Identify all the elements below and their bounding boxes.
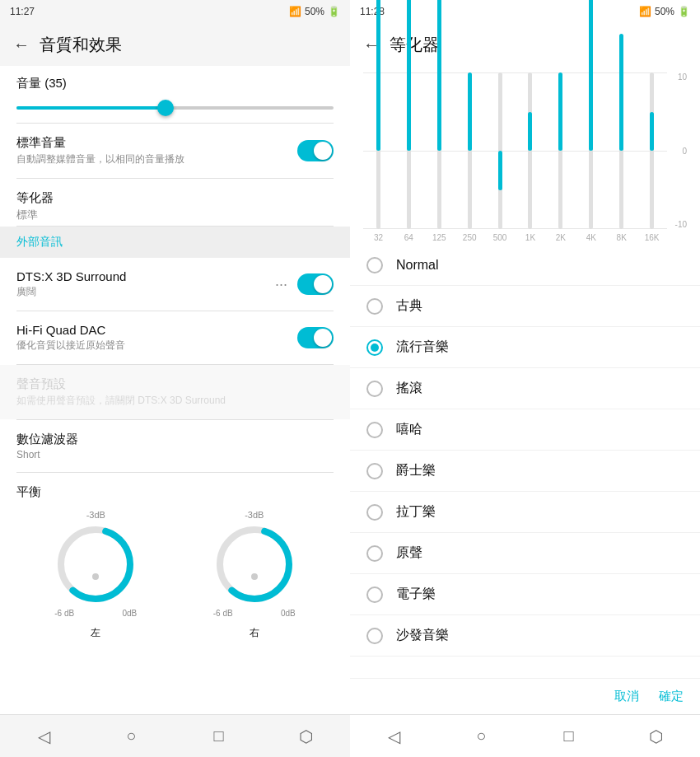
preset-item-latin[interactable]: 拉丁樂 (350, 492, 700, 533)
preset-item-rock[interactable]: 搖滾 (350, 368, 700, 409)
left-knob-labels: -6 dB 0dB (54, 609, 137, 618)
radio-circle-latin (366, 504, 383, 521)
external-audio-header: 外部音訊 (0, 227, 350, 258)
eq-bar-col-1[interactable] (394, 72, 424, 229)
hifi-row: Hi-Fi Quad DAC 優化音質以接近原始聲音 (0, 311, 350, 364)
eq-bar-track-0 (376, 72, 380, 229)
radio-circle-rock (366, 381, 383, 397)
equalizer-title: 等化器 (16, 190, 334, 206)
preset-desc: 如需使用聲音預設，請關閉 DTS:X 3D Surround (16, 394, 334, 408)
eq-bar-col-4[interactable] (485, 72, 516, 229)
dts-toggle-knob (314, 275, 332, 293)
right-time: 11:28 (360, 6, 385, 17)
left-balance-knob[interactable] (54, 523, 137, 605)
eq-freq-5: 1K (516, 233, 546, 242)
slider-thumb[interactable] (157, 100, 174, 116)
eq-bar-col-8[interactable] (606, 72, 637, 229)
eq-bar-track-7 (589, 72, 593, 229)
right-nav-home[interactable]: ○ (464, 720, 497, 753)
left-battery-indicator: 🔋 (328, 6, 340, 17)
preset-label-acoustic: 原聲 (396, 544, 422, 562)
eq-bar-track-9 (650, 72, 654, 229)
eq-bar-fill-3 (468, 72, 472, 151)
preset-label-latin: 拉丁樂 (396, 503, 436, 521)
eq-bar-col-9[interactable] (637, 72, 667, 229)
preset-item-acoustic[interactable]: 原聲 (350, 533, 700, 574)
preset-title: 聲音預設 (16, 376, 334, 392)
radio-circle-hiphop (366, 422, 383, 438)
right-nav-back[interactable]: ◁ (377, 720, 410, 753)
eq-freq-3: 250 (455, 233, 485, 242)
hifi-title: Hi-Fi Quad DAC (16, 323, 125, 337)
right-knob-min: -6 dB (213, 609, 233, 618)
hifi-info: Hi-Fi Quad DAC 優化音質以接近原始聲音 (16, 323, 125, 353)
left-nav-home[interactable]: ○ (114, 720, 147, 753)
eq-freq-4: 500 (485, 233, 516, 242)
svg-point-5 (251, 573, 258, 580)
preset-item-lounge[interactable]: 沙發音樂 (350, 615, 700, 657)
dts-more-button[interactable]: ··· (275, 276, 287, 293)
right-nav-recent[interactable]: □ (553, 720, 586, 753)
hifi-desc: 優化音質以接近原始聲音 (16, 339, 125, 353)
volume-label: 音量 (35) (16, 76, 334, 91)
preset-item-classical[interactable]: 古典 (350, 286, 700, 327)
confirm-button[interactable]: 確定 (659, 689, 684, 704)
eq-bar-col-0[interactable] (363, 72, 394, 229)
eq-bar-fill-neg-4 (498, 151, 502, 190)
eq-db-scale: 10 0 -10 (667, 72, 687, 229)
sound-preset-section: 聲音預設 如需使用聲音預設，請關閉 DTS:X 3D Surround (0, 365, 350, 419)
eq-bar-col-2[interactable] (424, 72, 455, 229)
eq-bar-col-7[interactable] (576, 72, 606, 229)
eq-bar-col-6[interactable] (545, 72, 576, 229)
right-battery: 50% (655, 6, 674, 17)
eq-bar-col-5[interactable] (516, 72, 546, 229)
preset-label-rock: 搖滾 (396, 380, 422, 397)
eq-db-0: 0 (682, 147, 687, 156)
radio-circle-lounge (366, 628, 383, 644)
preset-item-hiphop[interactable]: 嘻哈 (350, 409, 700, 451)
dts-info: DTS:X 3D Surround 廣闊 (16, 269, 275, 299)
left-back-button[interactable]: ← (13, 35, 30, 54)
cancel-button[interactable]: 取消 (614, 689, 639, 704)
digital-filter-title: 數位濾波器 (16, 432, 334, 447)
preset-item-jazz[interactable]: 爵士樂 (350, 451, 700, 492)
left-nav-cast[interactable]: ⬡ (290, 720, 323, 753)
preset-item-electronic[interactable]: 電子樂 (350, 574, 700, 615)
standard-volume-toggle[interactable] (297, 140, 334, 161)
left-nav-back[interactable]: ◁ (27, 720, 60, 753)
right-nav-bar: ◁ ○ □ ⬡ (350, 714, 700, 757)
dialog-actions: 取消 確定 (350, 678, 700, 714)
preset-item-normal[interactable]: Normal (350, 245, 700, 286)
radio-inner-pop (371, 343, 379, 352)
hifi-toggle-knob (314, 329, 332, 347)
eq-bar-fill-8 (619, 34, 623, 152)
eq-bar-col-3[interactable] (455, 72, 485, 229)
eq-freq-1: 64 (394, 233, 424, 242)
right-knob-max: 0dB (281, 609, 296, 618)
preset-label-pop: 流行音樂 (396, 339, 449, 356)
dts-toggle[interactable] (297, 273, 334, 295)
left-nav-recent[interactable]: □ (203, 720, 236, 753)
right-balance-knob[interactable] (213, 523, 296, 605)
toggle-knob (314, 142, 332, 160)
eq-bar-fill-5 (528, 112, 532, 152)
volume-slider[interactable] (16, 100, 334, 116)
eq-bar-track-5 (528, 72, 532, 229)
equalizer-row[interactable]: 等化器 標準 (0, 179, 350, 226)
balance-title: 平衡 (16, 484, 334, 500)
eq-bar-track-6 (558, 72, 562, 229)
preset-item-pop[interactable]: 流行音樂 (350, 327, 700, 368)
eq-freq-2: 125 (424, 233, 455, 242)
dts-row: DTS:X 3D Surround 廣闊 ··· (0, 258, 350, 311)
digital-filter-section[interactable]: 數位濾波器 Short (0, 420, 350, 472)
preset-label-normal: Normal (396, 258, 439, 273)
hifi-toggle[interactable] (297, 327, 334, 348)
preset-label-lounge: 沙發音樂 (396, 627, 449, 644)
right-knob-db-label: -3dB (245, 510, 264, 520)
right-status-bar: 11:28 📶 50% 🔋 (350, 0, 700, 23)
left-content: 音量 (35) 標準音量 自動調整媒體音量，以相同的音量播放 等化器 標準 (0, 66, 350, 714)
right-nav-cast[interactable]: ⬡ (640, 720, 673, 753)
radio-circle-electronic (366, 586, 383, 603)
radio-circle-jazz (366, 463, 383, 479)
eq-db-10: 10 (678, 72, 687, 82)
